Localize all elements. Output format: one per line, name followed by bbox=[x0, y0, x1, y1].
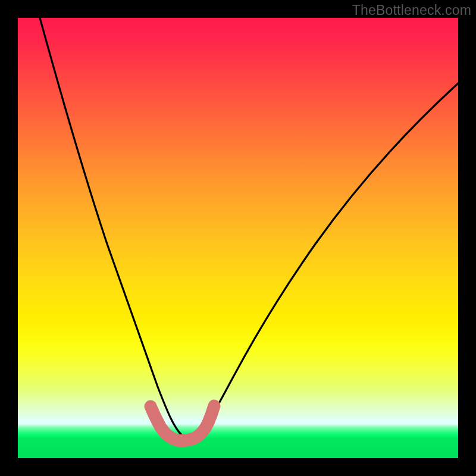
plot-area bbox=[18, 18, 458, 458]
chart-svg bbox=[18, 18, 458, 458]
bottleneck-curve bbox=[40, 18, 458, 439]
optimal-marker bbox=[151, 406, 214, 441]
watermark: TheBottleneck.com bbox=[352, 2, 471, 18]
chart-frame: TheBottleneck.com bbox=[0, 0, 476, 476]
